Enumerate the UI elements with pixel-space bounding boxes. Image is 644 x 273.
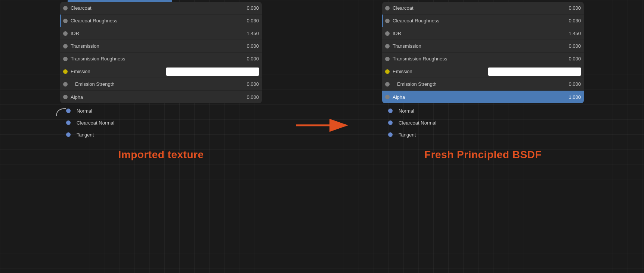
- table-row: Transmission Roughness 0.000: [382, 53, 584, 65]
- socket-emission-strength: [63, 82, 68, 87]
- table-row: Transmission Roughness 0.000: [60, 53, 262, 65]
- list-item: Normal: [60, 105, 262, 117]
- row-label: Clearcoat Normal: [77, 120, 256, 126]
- table-row: IOR 1.450: [382, 27, 584, 40]
- left-node-card: Clearcoat 0.000 Clearcoat Roughness 0.03…: [60, 2, 262, 103]
- list-item: Clearcoat Normal: [60, 117, 262, 129]
- row-label: Clearcoat: [71, 5, 236, 11]
- table-row: Emission Strength 0.000: [382, 78, 584, 91]
- wire-icon: [55, 101, 69, 116]
- main-layout: Clearcoat 0.000 Clearcoat Roughness 0.03…: [0, 0, 644, 273]
- socket-transmission: [63, 44, 68, 48]
- row-label: Tangent: [77, 132, 256, 138]
- left-panel-section: Clearcoat 0.000 Clearcoat Roughness 0.03…: [0, 0, 322, 273]
- row-value: 0.000: [236, 81, 259, 87]
- row-label: Emission: [71, 69, 163, 74]
- emission-color-swatch[interactable]: [166, 68, 259, 76]
- row-label: Alpha: [71, 94, 236, 100]
- table-row: Clearcoat Roughness 0.030: [60, 15, 262, 27]
- row-value: 0.000: [236, 5, 259, 11]
- right-panel-section: Clearcoat 0.000 Clearcoat Roughness 0.03…: [322, 0, 644, 273]
- socket-clearcoat-roughness: [63, 19, 68, 23]
- row-label: Normal: [399, 108, 578, 114]
- table-row: Transmission 0.000: [60, 40, 262, 53]
- socket-clearcoat-normal: [66, 120, 71, 125]
- accent-bar: [60, 15, 61, 27]
- socket-emission-r: [385, 69, 390, 74]
- socket-alpha: [63, 95, 68, 99]
- socket-transmission-r: [385, 44, 390, 48]
- socket-clearcoat-roughness-r: [385, 19, 390, 23]
- row-value: 0.000: [236, 94, 259, 100]
- row-value: 0.000: [558, 56, 581, 62]
- right-bottom-items: Normal Clearcoat Normal Tangent: [382, 103, 584, 142]
- table-row: Emission Strength 0.000: [60, 78, 262, 91]
- socket-transmission-roughness: [63, 57, 68, 61]
- socket-clearcoat-normal-r: [388, 120, 393, 125]
- row-value: 1.000: [558, 94, 581, 100]
- row-label: Emission Strength: [393, 81, 558, 87]
- row-label: Alpha: [393, 94, 558, 100]
- socket-clearcoat: [63, 6, 68, 10]
- table-row[interactable]: Alpha 1.000: [382, 91, 584, 103]
- list-item: Tangent: [60, 129, 262, 141]
- socket-emission-strength-r: [385, 82, 390, 87]
- row-value: 0.030: [236, 18, 259, 23]
- imported-texture-label: Imported texture: [60, 149, 262, 161]
- emission-color-swatch-right[interactable]: [488, 68, 581, 76]
- row-value: 0.000: [236, 43, 259, 49]
- row-label: Normal: [77, 108, 256, 114]
- table-row: IOR 1.450: [60, 27, 262, 40]
- left-bottom-items: Normal Clearcoat Normal Tangent: [60, 103, 262, 142]
- row-label: Clearcoat Normal: [399, 120, 578, 126]
- row-label: Clearcoat Roughness: [71, 18, 236, 23]
- socket-tangent: [66, 132, 71, 137]
- row-value: 1.450: [558, 31, 581, 36]
- row-label: Transmission: [393, 43, 558, 49]
- table-row: Clearcoat Roughness 0.030: [382, 15, 584, 27]
- socket-ior: [63, 31, 68, 36]
- socket-normal-r: [388, 109, 393, 113]
- table-row: Emission: [60, 65, 262, 78]
- row-label: Tangent: [399, 132, 578, 138]
- row-value: 1.450: [236, 31, 259, 36]
- row-label: Clearcoat Roughness: [393, 18, 558, 23]
- table-row: Clearcoat 0.000: [382, 2, 584, 15]
- fresh-bsdf-label: Fresh Principled BSDF: [382, 149, 584, 161]
- list-item: Normal: [382, 105, 584, 117]
- row-value: 0.000: [558, 81, 581, 87]
- row-label: Transmission Roughness: [71, 56, 236, 62]
- table-row: Alpha 0.000: [60, 91, 262, 103]
- row-label: IOR: [393, 31, 558, 36]
- accent-bar: [382, 15, 383, 27]
- list-item: Tangent: [382, 129, 584, 141]
- socket-transmission-roughness-r: [385, 57, 390, 61]
- table-row: Clearcoat 0.000: [60, 2, 262, 15]
- row-label: Transmission Roughness: [393, 56, 558, 62]
- arrow-icon: [292, 114, 352, 136]
- row-label: IOR: [71, 31, 236, 36]
- table-row: Emission: [382, 65, 584, 78]
- socket-ior-r: [385, 31, 390, 36]
- right-node-card: Clearcoat 0.000 Clearcoat Roughness 0.03…: [382, 2, 584, 103]
- socket-emission: [63, 69, 68, 74]
- table-row: Transmission 0.000: [382, 40, 584, 53]
- row-value: 0.030: [558, 18, 581, 23]
- row-value: 0.000: [236, 56, 259, 62]
- list-item: Clearcoat Normal: [382, 117, 584, 129]
- socket-tangent-r: [388, 132, 393, 137]
- row-label: Emission: [393, 69, 485, 74]
- row-label: Emission Strength: [71, 81, 236, 87]
- socket-clearcoat-r: [385, 6, 390, 10]
- socket-alpha-r: [385, 95, 390, 99]
- row-value: 0.000: [558, 43, 581, 49]
- arrow-container: [292, 114, 352, 138]
- row-label: Transmission: [71, 43, 236, 49]
- row-value: 0.000: [558, 5, 581, 11]
- row-label: Clearcoat: [393, 5, 558, 11]
